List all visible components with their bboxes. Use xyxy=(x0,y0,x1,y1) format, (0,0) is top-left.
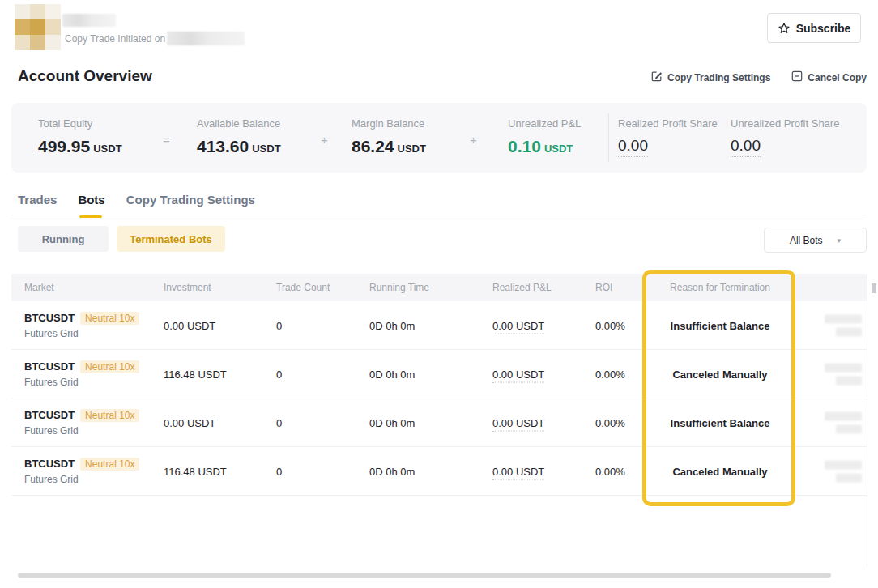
edit-icon xyxy=(651,70,663,84)
tabs-divider xyxy=(11,215,867,215)
leverage-badge: Neutral 10x xyxy=(80,312,139,325)
termination-reason: Canceled Manually xyxy=(643,465,797,477)
initiated-date-redacted xyxy=(167,32,245,45)
cut-off-content xyxy=(872,283,876,293)
stat-available-balance: Available Balance 413.60USDT xyxy=(197,117,281,156)
leverage-badge: Neutral 10x xyxy=(80,409,139,422)
cancel-copy-link[interactable]: Cancel Copy xyxy=(791,70,867,84)
horizontal-scrollbar[interactable] xyxy=(18,573,831,578)
overview-actions: Copy Trading Settings Cancel Copy xyxy=(651,70,867,84)
plus-operator: + xyxy=(470,133,477,147)
market-cell: BTCUSDT Neutral 10x Futures Grid xyxy=(24,312,139,339)
stat-margin-balance: Margin Balance 86.24USDT xyxy=(352,117,426,156)
table-row: BTCUSDT Neutral 10x Futures Grid 0.00 US… xyxy=(11,301,867,350)
col-running-time: Running Time xyxy=(369,282,429,293)
leverage-badge: Neutral 10x xyxy=(80,360,139,373)
row-actions-redacted[interactable] xyxy=(825,411,862,433)
subscribe-button[interactable]: Subscribe xyxy=(767,13,861,43)
stat-unrealized-pnl: Unrealized P&L 0.10USDT xyxy=(508,117,581,156)
row-actions-redacted[interactable] xyxy=(825,460,862,482)
col-reason: Reason for Termination xyxy=(643,282,797,293)
termination-reason: Insufficient Balance xyxy=(643,416,797,428)
copy-trading-settings-link[interactable]: Copy Trading Settings xyxy=(651,70,770,84)
copy-trading-page: Copy Trade Initiated on Subscribe Accoun… xyxy=(0,0,878,588)
account-stats-bar: Total Equity 499.95USDT = Available Bala… xyxy=(11,103,867,173)
trader-avatar xyxy=(15,4,61,50)
termination-reason: Insufficient Balance xyxy=(643,319,797,331)
minus-square-icon xyxy=(791,70,803,84)
trader-name-redacted xyxy=(62,14,116,27)
row-actions-redacted[interactable] xyxy=(825,314,862,336)
col-investment: Investment xyxy=(164,282,211,293)
subscribe-label: Subscribe xyxy=(796,22,851,35)
row-actions-redacted[interactable] xyxy=(825,363,862,385)
copy-trade-initiated-label: Copy Trade Initiated on xyxy=(65,33,165,45)
col-realized-pnl: Realized P&L xyxy=(492,282,552,293)
running-filter-button[interactable]: Running xyxy=(18,226,109,252)
table-right-border xyxy=(867,274,867,567)
table-row: BTCUSDT Neutral 10x Futures Grid 116.48 … xyxy=(11,350,867,398)
market-cell: BTCUSDT Neutral 10x Futures Grid xyxy=(24,409,139,437)
table-header: Market Investment Trade Count Running Ti… xyxy=(11,274,867,301)
plus-operator: + xyxy=(321,133,328,147)
star-icon xyxy=(778,22,791,35)
col-market: Market xyxy=(24,282,54,293)
table-row: BTCUSDT Neutral 10x Futures Grid 0.00 US… xyxy=(11,398,867,447)
stat-total-equity: Total Equity 499.95USDT xyxy=(38,117,122,156)
chevron-down-icon: ▾ xyxy=(838,236,842,245)
table-row: BTCUSDT Neutral 10x Futures Grid 116.48 … xyxy=(11,447,867,496)
page-title: Account Overview xyxy=(18,67,152,85)
termination-reason: Canceled Manually xyxy=(643,368,797,380)
terminated-bots-filter-button[interactable]: Terminated Bots xyxy=(117,226,225,252)
equals-operator: = xyxy=(163,133,170,147)
leverage-badge: Neutral 10x xyxy=(80,458,139,471)
bots-filter-dropdown[interactable]: All Bots ▾ xyxy=(764,228,867,253)
terminated-bots-table: Market Investment Trade Count Running Ti… xyxy=(11,274,867,496)
market-cell: BTCUSDT Neutral 10x Futures Grid xyxy=(24,360,139,388)
col-trade-count: Trade Count xyxy=(276,282,330,293)
stats-divider xyxy=(608,113,609,162)
stat-realized-profit-share: Realized Profit Share 0.00 xyxy=(618,117,718,157)
market-cell: BTCUSDT Neutral 10x Futures Grid xyxy=(24,458,139,485)
stat-unrealized-profit-share: Unrealized Profit Share 0.00 xyxy=(731,117,839,157)
col-roi: ROI xyxy=(595,282,612,293)
